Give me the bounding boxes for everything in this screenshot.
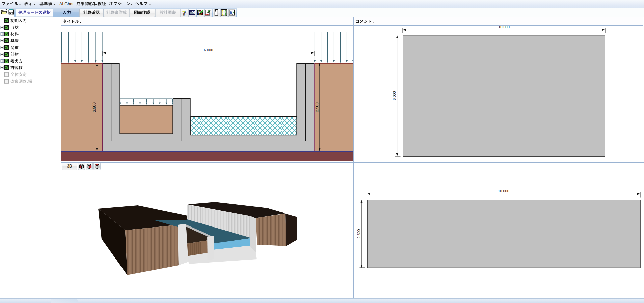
svg-text:AI Chat: AI Chat — [59, 2, 74, 6]
svg-text:10.000: 10.000 — [498, 189, 509, 193]
svg-text:?: ? — [182, 10, 186, 17]
svg-text:10.000: 10.000 — [498, 26, 510, 29]
svg-text:2.500: 2.500 — [315, 102, 319, 112]
svg-text:2.500: 2.500 — [92, 102, 96, 112]
svg-text:6.000: 6.000 — [204, 48, 213, 52]
svg-text:2.500: 2.500 — [357, 229, 361, 239]
svg-text:6.000: 6.000 — [392, 91, 396, 100]
